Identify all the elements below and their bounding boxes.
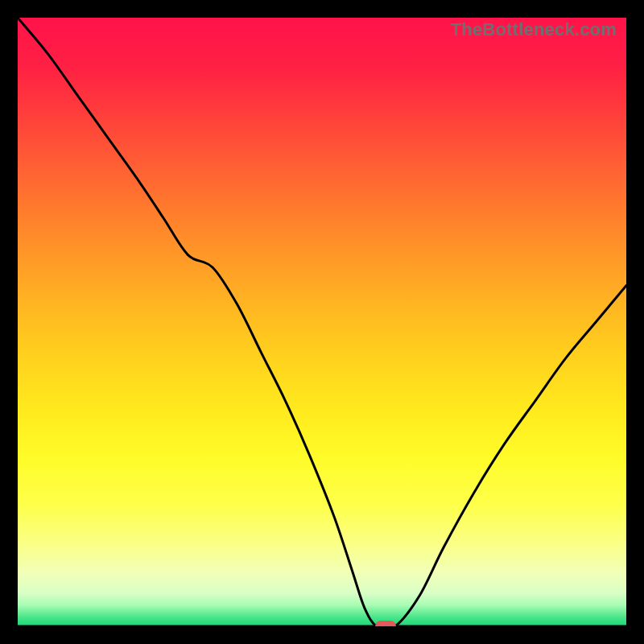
chart-frame: TheBottleneck.com — [0, 0, 644, 644]
optimal-marker — [375, 621, 396, 626]
watermark-text: TheBottleneck.com — [451, 19, 617, 40]
plot-area: TheBottleneck.com — [18, 18, 626, 626]
bottleneck-curve — [18, 18, 626, 626]
